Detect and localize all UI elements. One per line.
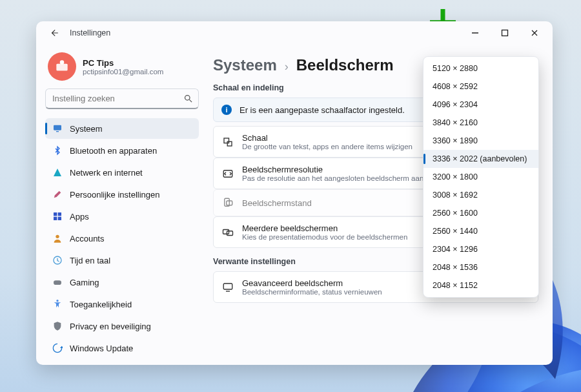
- profile[interactable]: PC Tips pctipsinfo01@gmail.com: [45, 51, 199, 82]
- svg-rect-12: [58, 217, 61, 220]
- svg-point-5: [185, 96, 190, 101]
- gaming-icon: [52, 276, 63, 288]
- sidebar-item-label: Systeem: [70, 124, 103, 134]
- sidebar-item-label: Privacy en beveiliging: [70, 322, 151, 331]
- sidebar-item-persoonlijke-instellingen[interactable]: Persoonlijke instellingen: [45, 184, 199, 205]
- sidebar-item-toegankelijkheid[interactable]: Toegankelijkheid: [45, 294, 199, 315]
- window-title: Instellingen: [70, 28, 110, 37]
- settings-window: Instellingen PC Tips pctipsinfo01@gmail.…: [36, 21, 553, 365]
- svg-rect-18: [227, 141, 232, 146]
- bluetooth-icon: [52, 145, 63, 156]
- sidebar-item-tijd-en-taal[interactable]: Tijd en taal: [45, 250, 199, 271]
- svg-rect-23: [227, 231, 233, 235]
- resolution-option[interactable]: 4608 × 2592: [423, 77, 538, 96]
- sidebar: PC Tips pctipsinfo01@gmail.com Systeem B…: [36, 45, 207, 365]
- svg-rect-10: [58, 212, 61, 216]
- sidebar-item-label: Toegankelijkheid: [70, 300, 132, 309]
- adv-monitor-icon: [221, 281, 234, 294]
- sidebar-item-label: Accounts: [70, 234, 104, 243]
- avatar: [48, 52, 76, 81]
- back-button[interactable]: [45, 24, 63, 42]
- wifi-icon: [52, 167, 63, 178]
- sidebar-item-netwerk-en-internet[interactable]: Netwerk en internet: [45, 162, 199, 183]
- resolution-option[interactable]: 3336 × 2022 (aanbevolen): [423, 150, 538, 168]
- tile-title: Beeldschermstand: [242, 198, 312, 208]
- tile-subtitle: Kies de presentatiemodus voor de beeldsc…: [242, 233, 407, 241]
- svg-rect-22: [223, 229, 229, 234]
- sidebar-item-label: Gaming: [70, 278, 99, 287]
- window-controls: [461, 23, 549, 43]
- svg-point-4: [60, 60, 65, 65]
- breadcrumb-parent[interactable]: Systeem: [213, 56, 277, 74]
- search-box[interactable]: [45, 88, 199, 109]
- sidebar-item-label: Bluetooth en apparaten: [70, 146, 157, 156]
- resolution-option[interactable]: 4096 × 2304: [423, 96, 538, 114]
- search-input[interactable]: [51, 93, 179, 104]
- tile-subtitle: De grootte van tekst, apps en andere ite…: [242, 143, 413, 150]
- resolution-icon: [221, 167, 234, 180]
- orientation-icon: [221, 196, 234, 209]
- resolution-dropdown[interactable]: 5120 × 28804608 × 25924096 × 23043840 × …: [423, 56, 539, 298]
- shield-icon: [52, 320, 63, 332]
- sidebar-nav: Systeem Bluetooth en apparaten Netwerk e…: [45, 118, 199, 358]
- person-icon: [52, 232, 63, 244]
- maximize-icon: [501, 29, 509, 37]
- monitor-icon: [52, 123, 63, 134]
- sidebar-item-windows-update[interactable]: Windows Update: [45, 338, 199, 358]
- sidebar-item-privacy-en-beveiliging[interactable]: Privacy en beveiliging: [45, 316, 199, 336]
- resolution-option[interactable]: 5120 × 2880: [423, 59, 538, 77]
- svg-point-16: [56, 300, 58, 302]
- resolution-option[interactable]: 3008 × 1692: [423, 186, 538, 204]
- svg-rect-3: [56, 64, 67, 71]
- profile-email: pctipsinfo01@gmail.com: [83, 68, 163, 76]
- resolution-option[interactable]: 2048 × 1536: [423, 258, 538, 276]
- accessibility-icon: [52, 298, 63, 310]
- svg-rect-8: [56, 131, 59, 132]
- sidebar-item-systeem[interactable]: Systeem: [45, 118, 199, 139]
- resolution-option[interactable]: 2304 × 1296: [423, 240, 538, 258]
- sidebar-item-accounts[interactable]: Accounts: [45, 228, 199, 249]
- arrow-left-icon: [50, 28, 59, 37]
- close-button[interactable]: [520, 23, 549, 43]
- sidebar-item-gaming[interactable]: Gaming: [45, 272, 199, 293]
- tile-subtitle: Pas de resolutie aan het aangesloten bee…: [242, 174, 423, 182]
- breadcrumb-sep: ›: [285, 60, 289, 74]
- resolution-option[interactable]: 3840 × 2160: [423, 114, 538, 132]
- banner-text: Er is een aangepaste schaalfactor ingest…: [240, 105, 405, 115]
- svg-rect-2: [502, 30, 508, 36]
- breadcrumb-current: Beeldscherm: [296, 56, 394, 74]
- tile-title: Schaal: [242, 133, 413, 143]
- sidebar-item-label: Persoonlijke instellingen: [70, 190, 159, 200]
- svg-point-13: [56, 235, 59, 238]
- resolution-option[interactable]: 2560 × 1600: [423, 204, 538, 222]
- apps-icon: [52, 211, 63, 222]
- sidebar-item-label: Netwerk en internet: [70, 168, 143, 178]
- resolution-option[interactable]: 3200 × 1800: [423, 168, 538, 186]
- resolution-option[interactable]: 3360 × 1890: [423, 132, 538, 150]
- scale-icon: [221, 136, 234, 149]
- profile-name: PC Tips: [83, 58, 163, 68]
- maximize-button[interactable]: [491, 23, 519, 43]
- sidebar-item-label: Windows Update: [70, 344, 133, 353]
- resolution-option[interactable]: 2048 × 1152: [423, 276, 538, 294]
- tile-title: Geavanceerd beeldscherm: [242, 278, 382, 288]
- sidebar-item-apps[interactable]: Apps: [45, 206, 199, 227]
- titlebar: Instellingen: [36, 21, 553, 45]
- info-icon: i: [221, 105, 232, 115]
- multi-icon: [221, 226, 234, 239]
- sidebar-item-label: Apps: [70, 212, 89, 222]
- minimize-button[interactable]: [461, 23, 489, 43]
- avatar-icon: [54, 58, 70, 75]
- tile-subtitle: Beeldscherminformatie, status vernieuwen: [242, 288, 382, 296]
- resolution-option[interactable]: 2560 × 1440: [423, 222, 538, 240]
- close-icon: [531, 29, 538, 37]
- search-icon: [183, 94, 193, 103]
- clock-icon: [52, 254, 63, 266]
- tile-title: Meerdere beeldschermen: [242, 223, 407, 233]
- minimize-icon: [471, 29, 479, 37]
- sidebar-item-bluetooth-en-apparaten[interactable]: Bluetooth en apparaten: [45, 140, 199, 161]
- svg-line-6: [189, 99, 192, 102]
- brush-icon: [52, 189, 63, 200]
- svg-rect-24: [223, 284, 232, 289]
- svg-rect-11: [54, 217, 57, 220]
